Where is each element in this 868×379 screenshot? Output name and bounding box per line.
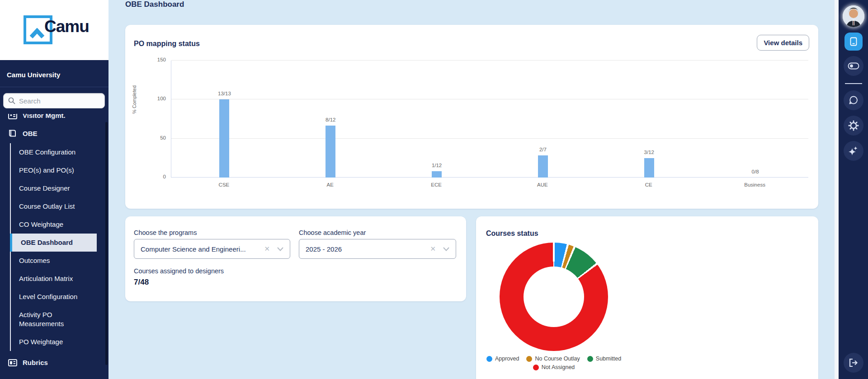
logout-icon [849,358,859,367]
bar-slot-cse: 13/13 [171,61,278,178]
page-title: OBE Dashboard [125,0,184,9]
bar-value-label: 0/8 [702,169,808,174]
device-icon [849,37,858,46]
x-axis-label: CE [595,182,702,187]
bar-slot-aue: 2/7 [490,61,596,178]
legend-dot [486,356,492,362]
bar-slot-ce: 3/12 [596,61,702,178]
right-rail [839,0,868,379]
sidebar-item-co-weightage[interactable]: CO Weightage [11,215,97,234]
legend-item-not-assigned[interactable]: Not Assigned [533,364,575,370]
sidebar-item-label: Rubrics [23,359,48,366]
settings-button[interactable] [844,116,863,136]
po-bar-chart: % Completed 13/138/121/122/73/120/8 0501… [125,50,818,199]
legend-label: Submitted [596,356,621,362]
legend-dot [587,356,593,362]
obe-submenu: OBE ConfigurationPEO(s) and PO(s)Course … [10,143,108,351]
assigned-label: Courses assigned to designers [134,267,224,275]
clear-icon[interactable]: ✕ [259,245,274,253]
donut-hole [524,267,584,327]
chat-button[interactable] [844,90,863,110]
bar-value-label: 1/12 [384,163,490,168]
sidebar-item-course-outlay-list[interactable]: Course Outlay List [11,197,97,215]
sidebar-item-peo-s-and-po-s[interactable]: PEO(s) and PO(s) [11,161,97,179]
bar-ae[interactable] [326,126,335,178]
y-tick-label: 100 [125,96,166,101]
ai-assistant-button[interactable] [844,141,863,161]
legend-label: No Course Outlay [535,356,580,362]
search-input[interactable] [19,97,96,105]
search-box[interactable] [3,93,105,108]
sidebar-item-visitor-mgmt[interactable]: Visitor Mgmt. [0,114,108,124]
filters-card: Choose the programs Computer Science and… [125,216,466,301]
page-scrollbar[interactable] [835,0,839,379]
legend-item-submitted[interactable]: Submitted [587,356,621,362]
sidebar-item-outcomes[interactable]: Outcomes [11,252,97,270]
sidebar-item-obe-configuration[interactable]: OBE Configuration [11,143,97,161]
x-axis-label: Business [702,182,808,187]
year-select[interactable]: 2025 - 2026 ✕ [299,239,456,259]
main-content: OBE Dashboard PO mapping status View det… [108,0,835,379]
logout-button[interactable] [844,353,863,373]
programs-label: Choose the programs [134,229,197,236]
y-tick-label: 150 [125,57,166,62]
device-button[interactable] [844,33,863,51]
po-bar-plot: 13/138/121/122/73/120/8 [171,61,808,178]
rail-divider [845,83,862,84]
chat-icon [849,95,859,105]
toggle-button[interactable] [844,56,863,76]
sidebar-item-label: Visitor Mgmt. [23,114,66,119]
app: Camu Camu University Visitor M [0,0,868,379]
view-details-button[interactable]: View details [757,35,809,51]
po-card-title: PO mapping status [134,40,200,48]
chevron-down-icon[interactable] [440,247,456,251]
legend-item-no-course-outlay[interactable]: No Course Outlay [526,356,580,362]
sidebar-scrollbar[interactable] [105,122,108,365]
bar-cse[interactable] [219,99,229,178]
legend-item-approved[interactable]: Approved [486,356,519,362]
toggle-icon [848,62,859,70]
sparkles-icon [848,145,859,156]
org-name: Camu University [0,60,108,87]
legend-label: Approved [495,356,519,362]
gear-icon [848,120,859,131]
sidebar-item-level-configuration[interactable]: Level Configuration [11,288,97,306]
programs-select[interactable]: Computer Science and Engineeri... ✕ [134,239,290,259]
bar-value-label: 2/7 [490,147,596,152]
bar-value-label: 13/13 [171,91,278,96]
chevron-down-icon[interactable] [274,247,290,251]
sidebar-item-articulation-matrix[interactable]: Articulation Matrix [11,270,97,288]
year-label: Choose academic year [299,229,366,236]
sidebar-menu: Visitor Mgmt. OBE OBE ConfigurationPEO(s… [0,114,108,371]
sidebar-item-obe[interactable]: OBE [0,124,108,142]
sidebar-item-po-weightage[interactable]: PO Weightage [11,333,97,351]
avatar[interactable] [843,5,864,27]
sidebar-item-obe-dashboard[interactable]: OBE Dashboard [11,234,97,252]
x-axis-label: AUE [490,182,596,187]
bar-ce[interactable] [644,158,654,178]
sidebar: Camu Camu University Visitor M [0,0,108,379]
search-wrap [0,87,108,114]
courses-status-card: Courses status ApprovedNo Course OutlayS… [476,216,818,379]
y-tick-label: 50 [125,135,166,140]
bar-slot-ae: 8/12 [278,61,384,178]
legend-label: Not Assigned [542,364,575,370]
assigned-value: 7/48 [134,278,149,287]
rubrics-icon [8,359,17,366]
sidebar-item-course-designer[interactable]: Course Designer [11,179,97,197]
logo-area: Camu [0,0,108,60]
bar-value-label: 8/12 [278,117,384,122]
y-tick-label: 0 [125,174,166,179]
search-icon [8,97,15,104]
po-mapping-card: PO mapping status View details % Complet… [125,25,818,209]
clear-icon[interactable]: ✕ [425,245,440,253]
sidebar-item-activity-po-measurements[interactable]: Activity PO Measurements [11,306,97,333]
sidebar-item-rubrics[interactable]: Rubrics [0,354,108,371]
bar-aue[interactable] [538,155,548,178]
bar-ece[interactable] [432,171,442,178]
x-axis-label: ECE [383,182,490,187]
visitor-icon [8,114,17,119]
year-value: 2025 - 2026 [299,245,425,253]
courses-donut-chart [500,243,608,351]
x-axis-label: CSE [171,182,277,187]
